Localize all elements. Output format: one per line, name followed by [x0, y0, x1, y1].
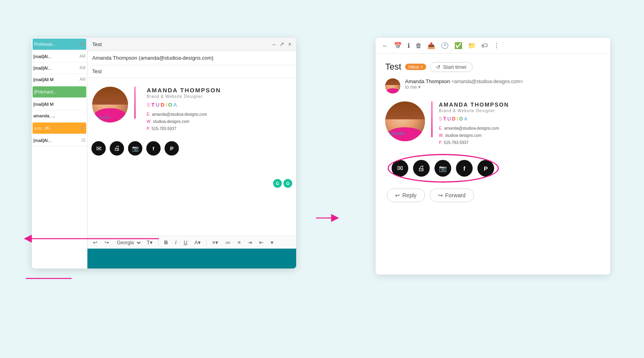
outdent-button[interactable]: ⇤ [257, 238, 266, 247]
sig-contact: E.amanda@studioa-designs.com W.studioa-d… [147, 111, 291, 132]
facebook-icon-right[interactable]: f [456, 160, 473, 177]
minimize-button[interactable]: – [272, 41, 275, 47]
undo-button[interactable]: ↩ [91, 238, 100, 247]
compose-to-field[interactable]: Amanda Thompson (amanda@studioa-designs.… [87, 51, 296, 65]
compose-body[interactable]: Amanda AMANDA THOMPSON Brand & Website D… [87, 78, 296, 235]
compose-subject-field[interactable]: Test [87, 65, 296, 78]
label-icon[interactable]: 🏷 [481, 42, 488, 49]
remove-label-button[interactable]: × [421, 65, 423, 69]
reply-button[interactable]: ↩ Reply [387, 189, 425, 202]
right-sig-studio: STUDIOA [439, 116, 601, 122]
close-button[interactable]: × [288, 41, 291, 47]
teal-bottom-bar [87, 249, 296, 268]
sidebar-item-4[interactable]: [mail]All M AM [32, 74, 87, 86]
right-sig-name: AMANDA THOMPSON [439, 101, 601, 108]
timer-icon: ↺ [436, 64, 440, 70]
sender-info: Amanda Thompson <amanda@studioa-designs.… [405, 78, 601, 90]
forward-icon: ↪ [438, 192, 443, 198]
signature-card: Amanda AMANDA THOMPSON Brand & Website D… [92, 83, 291, 136]
toolbar-sep-1 [158, 239, 159, 246]
social-highlight-container: ✉ 🖨 📷 f P [385, 156, 601, 181]
sender-avatar [385, 78, 400, 93]
sidebar-item-3[interactable]: [mail]Al... AM [32, 62, 87, 74]
sender-row: Amanda Thompson <amanda@studioa-designs.… [385, 78, 601, 93]
grammarly-badge: G G [273, 179, 292, 188]
back-button[interactable]: ← [382, 42, 388, 49]
email-subject-row: Test Inbox × ↺ Start timer [385, 62, 601, 72]
redo-button[interactable]: ↪ [102, 238, 111, 247]
underline-button[interactable]: U [181, 238, 190, 247]
move-icon[interactable]: 📤 [427, 42, 435, 49]
text-color-button[interactable]: A▾ [192, 238, 203, 247]
email-content: Test Inbox × ↺ Start timer Amanda Thomps… [376, 54, 610, 274]
compose-header: Test – ↗ × [87, 38, 296, 51]
sender-email: <amanda@studioa-designs.com> [452, 79, 523, 84]
compose-title: Test [92, 41, 102, 47]
compose-controls: – ↗ × [272, 41, 291, 47]
facebook-icon-left[interactable]: f [146, 141, 161, 156]
done-icon[interactable]: ✅ [454, 42, 462, 49]
more-button[interactable]: ▾ [268, 238, 276, 247]
pinterest-icon-left[interactable]: P [165, 141, 179, 156]
reply-icon: ↩ [395, 192, 400, 198]
signature-info: AMANDA THOMPSON Brand & Website Designer… [147, 87, 291, 132]
inbox-badge: Inbox × [405, 64, 426, 70]
signature-avatar: Amanda [92, 87, 128, 123]
right-sig-text: AMANDA THOMPSON Brand & Website Designer… [439, 101, 601, 146]
bold-button[interactable]: B [162, 238, 170, 247]
sender-name: Amanda Thompson <amanda@studioa-designs.… [405, 78, 601, 84]
sig-divider [134, 87, 136, 119]
reply-forward-row: ↩ Reply ↪ Forward [385, 189, 601, 202]
social-icons-right: ✉ 🖨 📷 f P [385, 156, 601, 181]
print-icon-right[interactable]: 🖨 [413, 160, 430, 177]
italic-button[interactable]: I [173, 238, 179, 247]
align-button[interactable]: ≡▾ [210, 238, 221, 247]
start-timer-button[interactable]: ↺ Start timer [430, 62, 473, 72]
delete-email-icon[interactable]: 🗑 [415, 42, 422, 49]
sig-name: AMANDA THOMPSON [147, 87, 291, 93]
right-sig-divider [431, 101, 433, 137]
font-size-button[interactable]: T▾ [144, 238, 155, 247]
sidebar-item-2[interactable]: [mail]Al... AM [32, 51, 87, 62]
social-icons-left: ✉ 🖨 📷 f P [91, 141, 291, 156]
toolbar-sep-2 [206, 239, 207, 246]
sidebar-item-8[interactable]: s.m.../Ki 17 [33, 123, 86, 134]
folder-icon[interactable]: 📁 [468, 42, 476, 49]
sidebar-item-7[interactable]: amanda, ... [32, 110, 87, 122]
email-icon-left[interactable]: ✉ [91, 141, 106, 156]
pinterest-icon-right[interactable]: P [477, 160, 494, 177]
unordered-list-button[interactable]: ≡ [235, 238, 243, 247]
instagram-icon-right[interactable]: 📷 [435, 160, 451, 177]
sender-to[interactable]: to me ▾ [405, 84, 601, 90]
right-sig-contact: E.amanda@studioa-designs.com W.studioa-d… [439, 125, 601, 146]
formatting-toolbar: ↩ ↪ Georgia T▾ B I U A▾ ≡▾ ≔ ≡ ⇥ ⇤ ▾ [87, 235, 296, 249]
email-view-toolbar: ← 📅 ℹ 🗑 📤 🕐 ✅ 📁 🏷 ⋮ [376, 38, 610, 54]
snooze-icon[interactable]: 🕐 [441, 42, 449, 49]
more-email-icon[interactable]: ⋮ [493, 42, 500, 49]
compose-panel: Professio... AM [mail]Al... AM [mail]Al.… [32, 38, 296, 268]
sig-studio: STUDIOA [147, 102, 291, 108]
email-subject: Test [385, 62, 401, 72]
instagram-icon-left[interactable]: 📷 [128, 141, 142, 156]
right-sig-title: Brand & Website Designer [439, 109, 601, 113]
email-view-panel: ← 📅 ℹ 🗑 📤 🕐 ✅ 📁 🏷 ⋮ Test Inbox × ↺ Start… [376, 38, 610, 274]
compose-window: Test – ↗ × Amanda Thompson (amanda@studi… [87, 38, 296, 268]
archive-icon[interactable]: 📅 [394, 42, 402, 49]
indent-button[interactable]: ⇥ [245, 238, 254, 247]
sidebar-item-6[interactable]: [mail]All M [32, 99, 87, 110]
font-select[interactable]: Georgia [114, 239, 142, 247]
email-icon-right[interactable]: ✉ [392, 160, 408, 177]
sidebar-item-1[interactable]: Professio... AM [33, 39, 86, 50]
ordered-list-button[interactable]: ≔ [223, 238, 233, 247]
sig-title: Brand & Website Designer [147, 94, 291, 99]
maximize-button[interactable]: ↗ [279, 41, 284, 47]
report-icon[interactable]: ℹ [407, 42, 410, 49]
sidebar-item-5[interactable]: [Pritchard... [33, 86, 86, 98]
sidebar-item-9[interactable]: [mail]Al... 16 [32, 135, 87, 146]
email-sidebar: Professio... AM [mail]Al... AM [mail]Al.… [32, 38, 87, 268]
right-sig-avatar: Amanda [385, 101, 425, 141]
print-icon-left[interactable]: 🖨 [110, 141, 124, 156]
forward-button[interactable]: ↪ Forward [430, 189, 474, 202]
right-signature-card: Amanda AMANDA THOMPSON Brand & Website D… [385, 101, 601, 146]
